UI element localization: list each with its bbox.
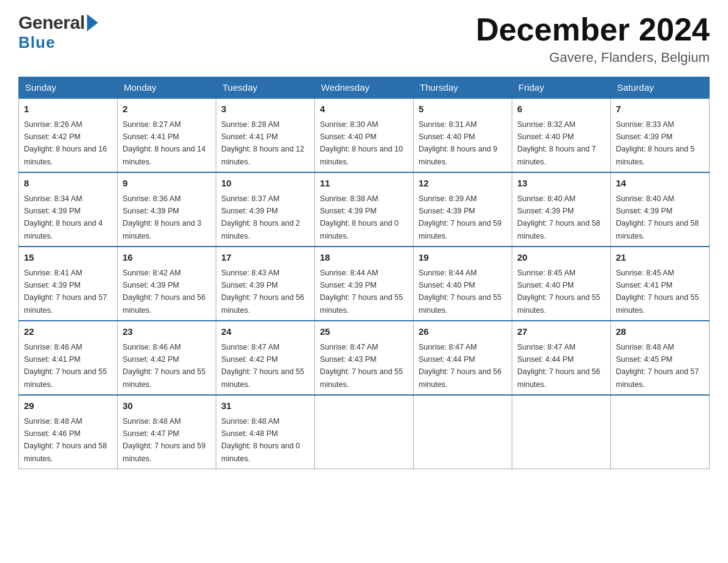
day-info: Sunrise: 8:48 AMSunset: 4:45 PMDaylight:… [616,343,699,389]
weekday-header-row: SundayMondayTuesdayWednesdayThursdayFrid… [19,77,710,99]
day-info: Sunrise: 8:47 AMSunset: 4:44 PMDaylight:… [517,343,601,389]
calendar-cell: 9 Sunrise: 8:36 AMSunset: 4:39 PMDayligh… [118,172,216,247]
day-info: Sunrise: 8:45 AMSunset: 4:41 PMDaylight:… [616,269,699,315]
day-info: Sunrise: 8:38 AMSunset: 4:39 PMDaylight:… [320,194,399,240]
day-number: 20 [517,251,605,265]
day-number: 7 [616,102,704,117]
day-info: Sunrise: 8:40 AMSunset: 4:39 PMDaylight:… [616,194,699,240]
calendar-cell [414,395,512,469]
calendar-cell: 22 Sunrise: 8:46 AMSunset: 4:41 PMDaylig… [19,321,118,395]
calendar-cell: 15 Sunrise: 8:41 AMSunset: 4:39 PMDaylig… [19,247,118,321]
logo-blue-text: Blue [18,34,55,50]
calendar-cell: 24 Sunrise: 8:47 AMSunset: 4:42 PMDaylig… [216,321,315,395]
day-info: Sunrise: 8:26 AMSunset: 4:42 PMDaylight:… [24,120,107,166]
day-number: 5 [419,102,507,117]
weekday-header-wednesday: Wednesday [315,77,414,99]
title-block: December 2024 Gavere, Flanders, Belgium [476,12,710,66]
weekday-header-tuesday: Tuesday [216,77,315,99]
calendar-cell: 18 Sunrise: 8:44 AMSunset: 4:39 PMDaylig… [315,247,414,321]
page-header: General Blue December 2024 Gavere, Fland… [18,12,710,66]
day-info: Sunrise: 8:47 AMSunset: 4:44 PMDaylight:… [419,343,502,389]
calendar-cell [512,395,611,469]
day-number: 22 [24,325,112,339]
day-info: Sunrise: 8:48 AMSunset: 4:48 PMDaylight:… [221,417,300,463]
calendar-cell: 30 Sunrise: 8:48 AMSunset: 4:47 PMDaylig… [118,395,216,469]
weekday-header-thursday: Thursday [414,77,512,99]
day-number: 14 [616,177,704,191]
day-number: 26 [419,325,507,339]
calendar-cell: 19 Sunrise: 8:44 AMSunset: 4:40 PMDaylig… [414,247,512,321]
day-info: Sunrise: 8:47 AMSunset: 4:43 PMDaylight:… [320,343,403,389]
calendar-table: SundayMondayTuesdayWednesdayThursdayFrid… [18,77,710,469]
day-number: 18 [320,251,408,265]
calendar-cell: 31 Sunrise: 8:48 AMSunset: 4:48 PMDaylig… [216,395,315,469]
week-row-5: 29 Sunrise: 8:48 AMSunset: 4:46 PMDaylig… [19,395,710,469]
day-info: Sunrise: 8:45 AMSunset: 4:40 PMDaylight:… [517,269,601,315]
day-info: Sunrise: 8:37 AMSunset: 4:39 PMDaylight:… [221,194,300,240]
day-number: 6 [517,102,605,117]
day-number: 25 [320,325,408,339]
weekday-header-saturday: Saturday [611,77,710,99]
day-number: 21 [616,251,704,265]
day-info: Sunrise: 8:48 AMSunset: 4:47 PMDaylight:… [123,417,206,463]
day-number: 1 [24,102,112,117]
day-info: Sunrise: 8:48 AMSunset: 4:46 PMDaylight:… [24,417,107,463]
logo-arrow-icon [87,14,98,31]
day-number: 11 [320,177,408,191]
calendar-cell: 12 Sunrise: 8:39 AMSunset: 4:39 PMDaylig… [414,172,512,247]
weekday-header-monday: Monday [118,77,216,99]
day-number: 3 [221,102,309,117]
day-number: 9 [123,177,211,191]
day-info: Sunrise: 8:44 AMSunset: 4:39 PMDaylight:… [320,269,403,315]
day-info: Sunrise: 8:30 AMSunset: 4:40 PMDaylight:… [320,120,403,166]
calendar-cell: 17 Sunrise: 8:43 AMSunset: 4:39 PMDaylig… [216,247,315,321]
day-info: Sunrise: 8:28 AMSunset: 4:41 PMDaylight:… [221,120,305,166]
day-number: 28 [616,325,704,339]
day-number: 10 [221,177,309,191]
calendar-cell: 29 Sunrise: 8:48 AMSunset: 4:46 PMDaylig… [19,395,118,469]
day-info: Sunrise: 8:36 AMSunset: 4:39 PMDaylight:… [123,194,202,240]
location-subtitle: Gavere, Flanders, Belgium [476,50,710,66]
day-info: Sunrise: 8:39 AMSunset: 4:39 PMDaylight:… [419,194,502,240]
calendar-cell: 3 Sunrise: 8:28 AMSunset: 4:41 PMDayligh… [216,98,315,172]
day-number: 12 [419,177,507,191]
day-info: Sunrise: 8:31 AMSunset: 4:40 PMDaylight:… [419,120,498,166]
weekday-header-sunday: Sunday [19,77,118,99]
calendar-cell: 23 Sunrise: 8:46 AMSunset: 4:42 PMDaylig… [118,321,216,395]
week-row-2: 8 Sunrise: 8:34 AMSunset: 4:39 PMDayligh… [19,172,710,247]
week-row-4: 22 Sunrise: 8:46 AMSunset: 4:41 PMDaylig… [19,321,710,395]
calendar-cell: 27 Sunrise: 8:47 AMSunset: 4:44 PMDaylig… [512,321,611,395]
calendar-cell: 2 Sunrise: 8:27 AMSunset: 4:41 PMDayligh… [118,98,216,172]
day-number: 24 [221,325,309,339]
day-info: Sunrise: 8:41 AMSunset: 4:39 PMDaylight:… [24,269,107,315]
logo-general-text: General [18,12,85,33]
day-number: 27 [517,325,605,339]
day-number: 16 [123,251,211,265]
day-number: 30 [123,399,211,413]
day-info: Sunrise: 8:32 AMSunset: 4:40 PMDaylight:… [517,120,596,166]
day-number: 15 [24,251,112,265]
calendar-cell: 4 Sunrise: 8:30 AMSunset: 4:40 PMDayligh… [315,98,414,172]
weekday-header-friday: Friday [512,77,611,99]
calendar-cell: 16 Sunrise: 8:42 AMSunset: 4:39 PMDaylig… [118,247,216,321]
calendar-cell: 11 Sunrise: 8:38 AMSunset: 4:39 PMDaylig… [315,172,414,247]
day-info: Sunrise: 8:46 AMSunset: 4:41 PMDaylight:… [24,343,107,389]
day-info: Sunrise: 8:34 AMSunset: 4:39 PMDaylight:… [24,194,103,240]
calendar-cell: 20 Sunrise: 8:45 AMSunset: 4:40 PMDaylig… [512,247,611,321]
day-info: Sunrise: 8:44 AMSunset: 4:40 PMDaylight:… [419,269,502,315]
calendar-cell: 25 Sunrise: 8:47 AMSunset: 4:43 PMDaylig… [315,321,414,395]
calendar-cell: 6 Sunrise: 8:32 AMSunset: 4:40 PMDayligh… [512,98,611,172]
week-row-1: 1 Sunrise: 8:26 AMSunset: 4:42 PMDayligh… [19,98,710,172]
day-info: Sunrise: 8:43 AMSunset: 4:39 PMDaylight:… [221,269,305,315]
day-info: Sunrise: 8:47 AMSunset: 4:42 PMDaylight:… [221,343,305,389]
day-number: 8 [24,177,112,191]
calendar-cell: 7 Sunrise: 8:33 AMSunset: 4:39 PMDayligh… [611,98,710,172]
week-row-3: 15 Sunrise: 8:41 AMSunset: 4:39 PMDaylig… [19,247,710,321]
day-info: Sunrise: 8:46 AMSunset: 4:42 PMDaylight:… [123,343,206,389]
day-number: 17 [221,251,309,265]
calendar-cell [611,395,710,469]
day-number: 23 [123,325,211,339]
calendar-cell: 8 Sunrise: 8:34 AMSunset: 4:39 PMDayligh… [19,172,118,247]
day-number: 19 [419,251,507,265]
day-info: Sunrise: 8:40 AMSunset: 4:39 PMDaylight:… [517,194,601,240]
